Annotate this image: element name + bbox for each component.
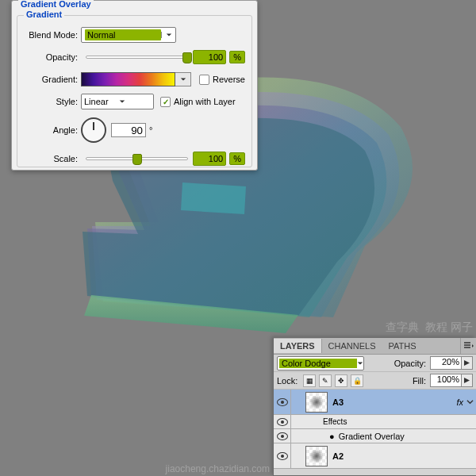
style-label: Style: — [24, 97, 81, 106]
fx-badge[interactable]: fx — [456, 397, 463, 407]
align-label: Align with Layer — [174, 97, 236, 106]
tab-layers[interactable]: LAYERS — [274, 339, 322, 353]
watermark: 查字典 教程 网子 — [386, 321, 473, 335]
gradient-overlay-dialog: Gradient Overlay Gradient Blend Mode: No… — [11, 0, 258, 171]
layer-opacity-label: Opacity: — [394, 359, 426, 368]
layer-list: A3 fx Effects ● Gradient Overlay A2 — [274, 390, 476, 469]
lock-transparency-icon[interactable]: ▦ — [303, 374, 316, 387]
tab-channels[interactable]: CHANNELS — [322, 339, 382, 353]
fx-collapse-icon[interactable] — [466, 397, 476, 407]
panel-menu-button[interactable] — [460, 338, 476, 355]
blend-mode-value: Normal — [85, 29, 161, 40]
lock-move-icon[interactable]: ✥ — [335, 374, 347, 387]
eye-icon — [277, 452, 288, 460]
align-checkbox[interactable] — [160, 97, 171, 107]
visibility-toggle[interactable] — [274, 415, 291, 428]
panel-tabs: LAYERS CHANNELS PATHS — [274, 338, 476, 355]
layer-thumb[interactable] — [305, 392, 328, 413]
reverse-checkbox[interactable] — [199, 75, 209, 85]
effects-label: Effects — [323, 417, 347, 426]
angle-input[interactable] — [111, 123, 146, 137]
gradient-label: Gradient: — [24, 75, 81, 84]
lock-label: Lock: — [277, 376, 298, 386]
angle-label: Angle: — [24, 125, 81, 135]
fill-label: Fill: — [413, 376, 426, 386]
group-label: Gradient — [24, 10, 64, 19]
eye-icon — [277, 398, 288, 406]
visibility-toggle[interactable] — [274, 443, 291, 468]
percent-label: % — [229, 152, 245, 165]
layer-blend-mode-select[interactable]: Color Dodge — [277, 356, 364, 370]
opacity-flyout-button[interactable] — [462, 356, 473, 370]
gradient-dropdown-button[interactable] — [175, 72, 191, 86]
opacity-label: Opacity: — [24, 52, 81, 62]
effect-name: Gradient Overlay — [339, 432, 405, 441]
dialog-title: Gradient Overlay — [18, 0, 94, 9]
blend-mode-label: Blend Mode: — [24, 30, 81, 40]
watermark-url: jiaocheng.chazidian.com — [166, 463, 270, 474]
layer-row-a2[interactable]: A2 — [274, 443, 476, 469]
reverse-label: Reverse — [213, 75, 245, 84]
opacity-slider[interactable] — [86, 56, 188, 59]
layer-opacity-input[interactable]: 20% — [430, 356, 462, 370]
slider-thumb-icon[interactable] — [132, 154, 142, 165]
visibility-toggle[interactable] — [274, 390, 291, 414]
effect-bullet-icon: ● — [329, 432, 335, 441]
tab-paths[interactable]: PATHS — [382, 339, 423, 353]
layer-blend-value: Color Dodge — [279, 359, 357, 368]
layer-row-a3[interactable]: A3 fx — [274, 390, 476, 415]
scale-slider[interactable] — [86, 157, 188, 160]
scale-label: Scale: — [24, 154, 81, 163]
layer-name: A2 — [332, 451, 344, 461]
lock-all-icon[interactable]: 🔒 — [351, 374, 363, 387]
style-value: Linear — [84, 97, 119, 106]
gradient-picker[interactable] — [81, 72, 175, 86]
layers-panel: LAYERS CHANNELS PATHS Color Dodge Opacit… — [273, 338, 476, 476]
angle-dial[interactable] — [81, 117, 106, 143]
blend-mode-select[interactable]: Normal — [81, 27, 176, 43]
chevron-down-icon — [357, 359, 363, 368]
scale-value[interactable]: 100 — [193, 152, 226, 166]
fill-input[interactable]: 100% — [430, 374, 462, 387]
layer-name: A3 — [332, 397, 344, 407]
gradient-fieldset: Gradient Blend Mode: Normal Opacity: 100… — [17, 15, 252, 167]
opacity-value[interactable]: 100 — [193, 50, 226, 64]
fill-flyout-button[interactable] — [462, 374, 473, 387]
layer-thumb[interactable] — [305, 446, 328, 466]
style-select[interactable]: Linear — [81, 94, 154, 109]
visibility-toggle[interactable] — [274, 429, 291, 443]
percent-label: % — [229, 51, 245, 63]
chevron-down-icon — [161, 32, 175, 38]
layer-effect-gradient-overlay[interactable]: ● Gradient Overlay — [274, 429, 476, 443]
lock-brush-icon[interactable]: ✎ — [319, 374, 332, 387]
degree-label: ° — [149, 125, 152, 135]
layer-effects-row[interactable]: Effects — [274, 415, 476, 429]
eye-icon — [277, 432, 288, 440]
eye-icon — [277, 418, 288, 426]
chevron-down-icon — [119, 97, 154, 106]
slider-thumb-icon[interactable] — [182, 52, 192, 63]
